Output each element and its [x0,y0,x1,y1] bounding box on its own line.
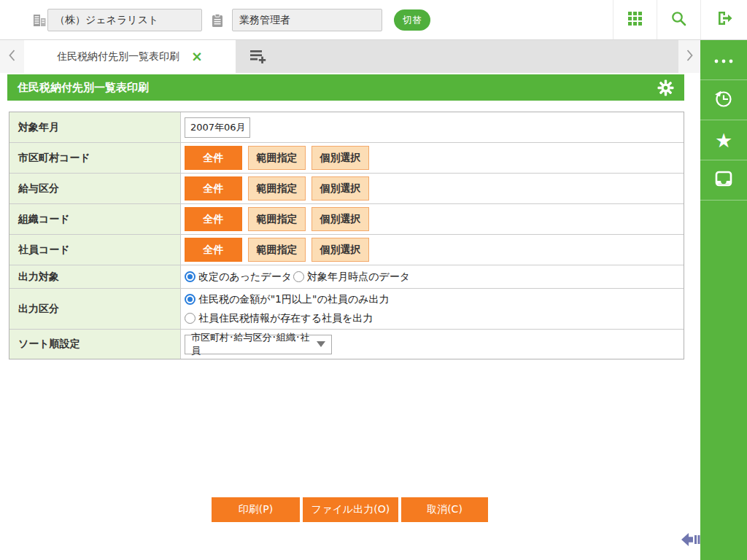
star-icon: ★ [715,131,732,150]
radio-amount-over-one-yen[interactable] [185,294,196,305]
file-output-button[interactable]: ファイル出力(O) [303,497,398,522]
chevron-down-icon [317,341,325,347]
range-button[interactable]: 範囲指定 [248,207,306,231]
switch-button[interactable]: 切替 [394,9,430,31]
action-buttons: 印刷(P) ファイル出力(O) 取消(C) [212,497,491,522]
row-label: 対象年月 [9,112,181,142]
tab-close-icon[interactable]: × [191,50,203,63]
collapse-sidebar-button[interactable] [681,530,702,552]
tabs-scroll-right-button[interactable] [678,40,700,73]
row-label: ソート順設定 [9,330,181,359]
row-label: 社員コード [9,235,181,265]
range-button[interactable]: 範囲指定 [248,176,306,201]
all-button[interactable]: 全件 [185,146,242,170]
page-header: 住民税納付先別一覧表印刷 [7,74,684,101]
add-tab-button[interactable] [249,48,268,68]
logout-icon [716,10,733,29]
all-button[interactable]: 全件 [185,207,242,231]
page-title: 住民税納付先別一覧表印刷 [18,81,149,95]
row-target-year-month: 対象年月 [9,112,684,143]
row-salary-class: 給与区分 全件 範囲指定 個別選択 [9,174,684,204]
tab-active[interactable]: 住民税納付先別一覧表印刷 × [24,40,236,73]
radio-label[interactable]: 社員住民税情報が存在する社員を出力 [198,312,373,325]
radio-as-of-month-data[interactable] [293,271,304,282]
individual-button[interactable]: 個別選択 [311,238,369,262]
row-label: 出力区分 [9,289,181,329]
role-input[interactable] [232,9,382,31]
print-settings-form: 対象年月 市区町村コード 全件 範囲指定 個別選択 給与区分 全件 範囲指定 個… [9,112,684,359]
row-label: 市区町村コード [9,143,181,173]
collapse-arrow-icon [681,530,702,549]
tab-bar: 住民税納付先別一覧表印刷 × [0,40,700,73]
row-sort-order: ソート順設定 市区町村･給与区分･組織･社員 [9,330,684,359]
settings-button[interactable] [657,79,674,96]
search-icon [670,10,687,30]
row-employee-code: 社員コード 全件 範囲指定 個別選択 [9,235,684,265]
apps-menu-button[interactable] [613,0,657,39]
row-output-class: 出力区分 住民税の金額が"1円以上"の社員のみ出力 社員住民税情報が存在する社員… [9,289,684,330]
target-year-month-input[interactable] [185,117,250,138]
ellipsis-icon [713,53,734,67]
search-button[interactable] [657,0,700,39]
range-button[interactable]: 範囲指定 [248,146,306,170]
history-clock-icon [713,88,735,112]
chevron-right-icon [686,49,694,65]
row-label: 組織コード [9,204,181,234]
row-org-code: 組織コード 全件 範囲指定 個別選択 [9,204,684,235]
top-bar: 切替 [0,0,747,40]
radio-label[interactable]: 改定のあったデータ [198,271,292,284]
gear-icon [657,79,674,96]
logout-button[interactable] [700,0,747,39]
print-button[interactable]: 印刷(P) [212,497,300,522]
radio-label[interactable]: 対象年月時点のデータ [307,271,410,284]
sort-order-value: 市区町村･給与区分･組織･社員 [191,331,317,357]
row-output-target: 出力対象 改定のあったデータ 対象年月時点のデータ [9,265,684,289]
radio-label[interactable]: 住民税の金額が"1円以上"の社員のみ出力 [198,293,389,306]
chevron-left-icon [8,49,16,65]
row-municipality-code: 市区町村コード 全件 範囲指定 個別選択 [9,143,684,174]
apps-grid-icon [627,11,643,29]
inbox-tray-icon [713,168,735,192]
individual-button[interactable]: 個別選択 [311,146,369,170]
role-clipboard-icon [210,12,225,31]
company-input[interactable] [47,9,202,31]
tray-button[interactable] [700,160,747,201]
range-button[interactable]: 範囲指定 [248,238,306,262]
row-label: 出力対象 [9,265,181,288]
sort-order-select[interactable]: 市区町村･給与区分･組織･社員 [185,335,332,354]
cancel-button[interactable]: 取消(C) [401,497,488,522]
tabs-scroll-left-button[interactable] [0,40,24,73]
more-options-button[interactable] [700,40,747,80]
row-label: 給与区分 [9,174,181,203]
individual-button[interactable]: 個別選択 [311,176,369,201]
all-button[interactable]: 全件 [185,238,242,262]
favorites-button[interactable]: ★ [700,120,747,160]
all-button[interactable]: 全件 [185,176,242,201]
individual-button[interactable]: 個別選択 [311,207,369,231]
right-sidebar: ★ [700,40,747,560]
radio-has-resident-tax-info[interactable] [185,313,196,324]
company-building-icon [31,12,47,31]
tab-title: 住民税納付先別一覧表印刷 [57,50,179,63]
history-button[interactable] [700,80,747,120]
radio-revised-data[interactable] [185,271,196,282]
